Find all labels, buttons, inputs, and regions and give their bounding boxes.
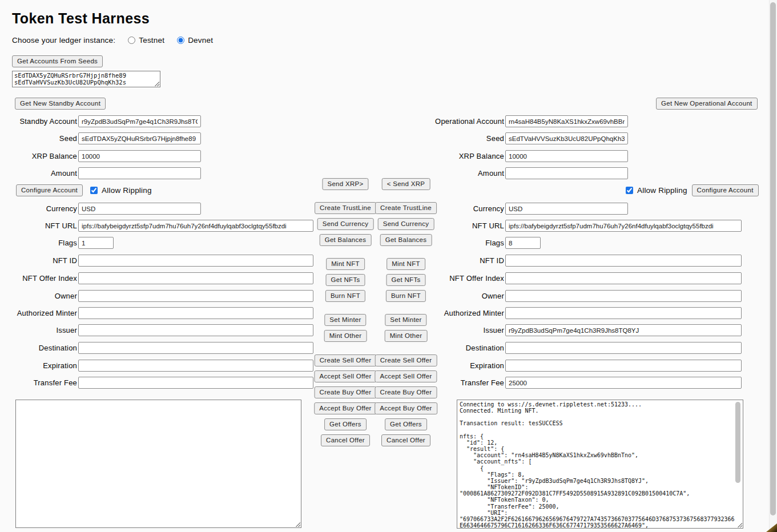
- devnet-radio[interactable]: [177, 37, 184, 44]
- operational-nft-url-input[interactable]: [505, 220, 742, 232]
- standby-allow-rippling-label: Allow Rippling: [102, 186, 152, 195]
- operational-issuer-input[interactable]: [505, 324, 742, 336]
- standby-xrp-balance-input[interactable]: [78, 150, 201, 162]
- standby-get-offers-button[interactable]: Get Offers: [324, 418, 367, 430]
- standby-authorized-minter-row: Authorized Minter: [0, 307, 313, 319]
- standby-issuer-input[interactable]: [78, 324, 313, 336]
- standby-issuer-label: Issuer: [0, 326, 77, 334]
- operational-send-currency-button[interactable]: Send Currency: [378, 218, 434, 230]
- operational-get-balances-button[interactable]: Get Balances: [380, 234, 432, 246]
- operational-transfer-fee-label: Transfer Fee: [427, 378, 504, 387]
- operational-account-row: Operational Account: [427, 115, 628, 127]
- standby-send-xrp-button[interactable]: Send XRP>: [322, 178, 368, 190]
- operational-results-value: Connecting to wss://s.devnet.rippletest.…: [457, 400, 743, 528]
- operational-cancel-offer-button[interactable]: Cancel Offer: [381, 434, 430, 446]
- radio-option-testnet: Testnet: [128, 36, 164, 45]
- standby-seed-input[interactable]: [78, 132, 201, 144]
- standby-nft-id-input[interactable]: [78, 255, 313, 267]
- operational-owner-row: Owner: [427, 290, 742, 302]
- standby-currency-input[interactable]: [78, 203, 201, 215]
- standby-expiration-input[interactable]: [78, 360, 313, 372]
- operational-destination-label: Destination: [427, 344, 504, 352]
- operational-accept-buy-offer-button[interactable]: Accept Buy Offer: [375, 402, 437, 414]
- operational-configure-account-button[interactable]: Configure Account: [692, 184, 759, 196]
- standby-create-sell-offer-button[interactable]: Create Sell Offer: [315, 354, 377, 366]
- standby-results-value: [16, 400, 301, 527]
- standby-transfer-fee-row: Transfer Fee: [0, 377, 313, 389]
- standby-seed-row: Seed: [0, 132, 201, 144]
- get-accounts-from-seeds-button[interactable]: Get Accounts From Seeds: [12, 55, 103, 67]
- get-new-standby-account-button[interactable]: Get New Standby Account: [15, 98, 106, 110]
- operational-amount-row: Amount: [427, 167, 628, 179]
- standby-mint-nft-button[interactable]: Mint NFT: [326, 258, 365, 270]
- get-new-operational-account-button[interactable]: Get New Operational Account: [656, 98, 758, 110]
- standby-owner-label: Owner: [0, 292, 77, 300]
- operational-create-trustline-button[interactable]: Create TrustLine: [375, 202, 437, 214]
- standby-nft-offer-index-input[interactable]: [78, 272, 313, 284]
- standby-accept-sell-offer-button[interactable]: Accept Sell Offer: [314, 370, 376, 382]
- standby-allow-rippling-checkbox[interactable]: [90, 187, 98, 194]
- operational-mint-other-button[interactable]: Mint Other: [385, 330, 428, 342]
- operational-results-textarea[interactable]: Connecting to wss://s.devnet.rippletest.…: [457, 400, 743, 529]
- standby-currency-row: Currency: [0, 203, 201, 215]
- standby-create-buy-offer-button[interactable]: Create Buy Offer: [315, 386, 377, 398]
- standby-currency-label: Currency: [0, 204, 77, 213]
- operational-burn-nft-button[interactable]: Burn NFT: [386, 290, 426, 302]
- standby-cancel-offer-button[interactable]: Cancel Offer: [321, 434, 370, 446]
- operational-nft-url-label: NFT URL: [427, 221, 504, 230]
- operational-get-nfts-button[interactable]: Get NFTs: [387, 274, 426, 286]
- standby-nft-id-row: NFT ID: [0, 255, 313, 267]
- operational-nft-offer-index-input[interactable]: [505, 272, 742, 284]
- standby-mint-other-button[interactable]: Mint Other: [324, 330, 367, 342]
- operational-seed-input[interactable]: [505, 132, 628, 144]
- operational-owner-input[interactable]: [505, 290, 742, 302]
- standby-destination-input[interactable]: [78, 342, 313, 354]
- standby-owner-input[interactable]: [78, 290, 313, 302]
- standby-configure-account-button[interactable]: Configure Account: [16, 184, 83, 196]
- standby-authorized-minter-input[interactable]: [78, 307, 313, 319]
- standby-flags-input[interactable]: [78, 237, 114, 249]
- operational-destination-input[interactable]: [505, 342, 742, 354]
- standby-amount-input[interactable]: [78, 167, 201, 179]
- results-scrollbar-thumb[interactable]: [735, 402, 740, 483]
- operational-create-buy-offer-button[interactable]: Create Buy Offer: [375, 386, 437, 398]
- operational-currency-input[interactable]: [505, 203, 628, 215]
- standby-transfer-fee-input[interactable]: [78, 377, 313, 389]
- operational-send-xrp-button[interactable]: < Send XRP: [382, 178, 430, 190]
- operational-authorized-minter-input[interactable]: [505, 307, 742, 319]
- operational-owner-label: Owner: [427, 292, 504, 300]
- operational-currency-row: Currency: [427, 203, 628, 215]
- operational-set-minter-button[interactable]: Set Minter: [385, 314, 426, 326]
- standby-results-textarea[interactable]: [15, 400, 301, 528]
- operational-allow-rippling-checkbox[interactable]: [626, 187, 633, 194]
- operational-transfer-fee-input[interactable]: [505, 377, 742, 389]
- operational-expiration-input[interactable]: [505, 360, 742, 372]
- testnet-radio[interactable]: [128, 37, 135, 44]
- page-scrollbar-thumb[interactable]: [770, 2, 776, 515]
- operational-nft-offer-index-label: NFT Offer Index: [427, 274, 504, 283]
- devnet-label: Devnet: [188, 36, 213, 45]
- operational-seed-label: Seed: [427, 134, 504, 143]
- operational-flags-input[interactable]: [505, 237, 541, 249]
- operational-get-offers-button[interactable]: Get Offers: [385, 418, 427, 430]
- operational-accept-sell-offer-button[interactable]: Accept Sell Offer: [375, 370, 437, 382]
- standby-get-balances-button[interactable]: Get Balances: [320, 234, 372, 246]
- seeds-textarea[interactable]: sEdTDAX5yZQHuRSrbrG7Hjpjn8fhe89 sEdTVaHV…: [12, 71, 160, 87]
- standby-create-trustline-button[interactable]: Create TrustLine: [315, 202, 376, 214]
- standby-burn-nft-button[interactable]: Burn NFT: [325, 290, 365, 302]
- standby-nft-url-input[interactable]: [78, 220, 313, 232]
- standby-transfer-fee-label: Transfer Fee: [0, 378, 77, 387]
- standby-account-input[interactable]: [78, 115, 201, 127]
- standby-set-minter-button[interactable]: Set Minter: [324, 314, 366, 326]
- standby-accept-buy-offer-button[interactable]: Accept Buy Offer: [314, 402, 377, 414]
- operational-create-sell-offer-button[interactable]: Create Sell Offer: [375, 354, 437, 366]
- standby-send-currency-button[interactable]: Send Currency: [317, 218, 374, 230]
- operational-destination-row: Destination: [427, 342, 742, 354]
- operational-xrp-balance-input[interactable]: [505, 150, 628, 162]
- operational-account-input[interactable]: [505, 115, 628, 127]
- standby-get-nfts-button[interactable]: Get NFTs: [326, 274, 365, 286]
- operational-account-label: Operational Account: [427, 117, 504, 126]
- operational-nft-id-input[interactable]: [505, 255, 742, 267]
- operational-amount-input[interactable]: [505, 167, 628, 179]
- operational-mint-nft-button[interactable]: Mint NFT: [387, 258, 425, 270]
